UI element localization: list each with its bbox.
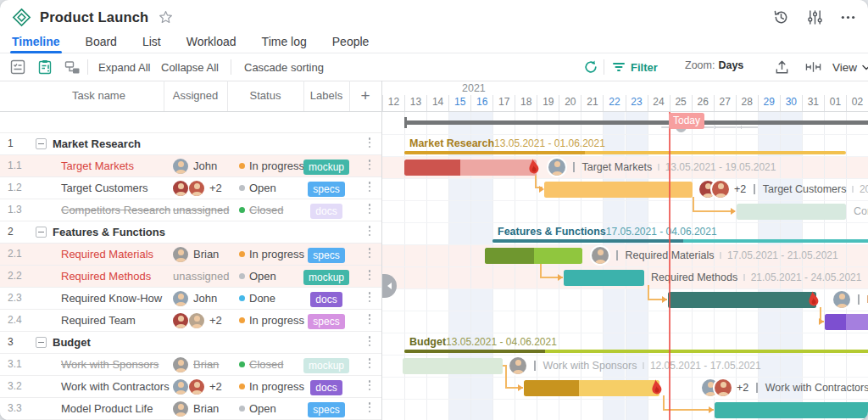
row-menu-kebab-icon[interactable] [364, 204, 376, 217]
tab-timeline[interactable]: Timeline [12, 34, 60, 53]
overdue-tasks-icon[interactable] [37, 53, 53, 81]
status-label[interactable]: In progress [249, 244, 304, 265]
collapse-all-button[interactable]: Collapse All [161, 61, 219, 74]
export-icon[interactable] [774, 53, 790, 81]
column-header-labels[interactable]: Labels [303, 81, 349, 111]
assigned-cell[interactable]: +2 [173, 177, 222, 199]
assigned-cell[interactable]: unassigned [173, 266, 230, 287]
tab-workload[interactable]: Workload [186, 34, 236, 53]
gantt-task-bar[interactable] [564, 270, 644, 286]
column-header-assigned[interactable]: Assigned [164, 81, 227, 111]
row-menu-kebab-icon[interactable] [364, 402, 376, 416]
collapse-toggle[interactable] [36, 227, 47, 238]
label-badge[interactable]: specs [308, 402, 344, 417]
table-group-row[interactable]: 3Budget [0, 332, 381, 354]
table-row[interactable]: 3.2Work with Contractors+2In progressdoc… [0, 376, 381, 398]
tab-list[interactable]: List [142, 34, 161, 53]
gantt-task-bar[interactable] [668, 292, 816, 308]
status-label[interactable]: Done [249, 288, 275, 309]
label-cell[interactable]: specs [303, 177, 349, 199]
row-menu-kebab-icon[interactable] [364, 248, 376, 261]
project-summary-bar[interactable] [404, 120, 868, 125]
gantt-group-bar[interactable] [404, 350, 868, 353]
gantt-task-bar[interactable] [544, 182, 693, 198]
collapse-toggle[interactable] [36, 337, 47, 348]
table-row[interactable]: 2.3Required Know-HowJohnDonedocs [0, 288, 381, 310]
tab-timelog[interactable]: Time log [262, 34, 307, 53]
label-cell[interactable]: docs [303, 199, 349, 221]
refresh-icon[interactable] [583, 53, 598, 81]
table-row[interactable]: 2.1Required MaterialsBrianIn progressspe… [0, 244, 381, 266]
row-menu-kebab-icon[interactable] [364, 336, 376, 350]
cascade-sorting-button[interactable]: Cascade sorting [244, 61, 324, 74]
table-group-row[interactable]: 2Features & Functions [0, 221, 381, 244]
tab-board[interactable]: Board [86, 34, 117, 53]
assigned-cell[interactable]: John [173, 155, 217, 176]
row-menu-kebab-icon[interactable] [364, 182, 376, 195]
status-label[interactable]: In progress [249, 155, 304, 176]
table-group-row[interactable]: 1Market Research [0, 133, 381, 155]
label-cell[interactable]: docs [303, 376, 349, 397]
gantt-task-bar[interactable] [403, 358, 503, 374]
column-header-status[interactable]: Status [227, 81, 303, 111]
label-cell[interactable]: mockup [303, 266, 349, 287]
assigned-cell[interactable]: +2 [173, 310, 222, 331]
label-badge[interactable]: docs [310, 380, 342, 395]
settings-sliders-icon[interactable] [807, 9, 823, 25]
row-menu-kebab-icon[interactable] [364, 137, 376, 151]
assigned-cell[interactable]: +2 [173, 376, 222, 397]
table-row[interactable]: 3.3Model Product LifeBrianOpenspecs [0, 398, 381, 420]
label-badge[interactable]: docs [310, 204, 342, 219]
assigned-cell[interactable]: John [173, 288, 217, 309]
expand-all-button[interactable]: Expand All [98, 61, 150, 74]
view-dropdown[interactable]: View [832, 53, 868, 81]
label-cell[interactable]: mockup [303, 155, 349, 176]
column-header-task-name[interactable]: Task name [34, 81, 164, 111]
status-label[interactable]: Open [249, 266, 276, 287]
label-badge[interactable]: docs [310, 292, 342, 307]
gantt-group-bar[interactable] [492, 239, 868, 243]
status-label[interactable]: In progress [249, 376, 304, 397]
label-badge[interactable]: specs [308, 314, 344, 329]
label-cell[interactable]: mockup [303, 354, 349, 375]
gantt-task-bar[interactable] [485, 248, 582, 264]
assigned-cell[interactable]: Brian [173, 244, 219, 265]
row-menu-kebab-icon[interactable] [364, 314, 376, 328]
status-label[interactable]: Closed [249, 354, 283, 375]
assigned-cell[interactable]: Brian [173, 354, 219, 375]
status-label[interactable]: Open [249, 398, 276, 419]
filter-button[interactable]: Filter [612, 53, 658, 81]
gantt-task-bar[interactable] [715, 402, 868, 418]
label-cell[interactable]: specs [303, 310, 349, 331]
row-menu-kebab-icon[interactable] [364, 270, 376, 283]
table-row[interactable]: 1.2Target Customers+2Openspecs [0, 177, 381, 199]
gantt-task-bar[interactable] [737, 204, 846, 220]
tab-people[interactable]: People [332, 34, 370, 53]
label-badge[interactable]: specs [308, 248, 344, 263]
status-label[interactable]: In progress [249, 310, 304, 331]
assigned-cell[interactable]: unassigned [173, 199, 230, 221]
row-menu-kebab-icon[interactable] [364, 380, 376, 394]
assigned-cell[interactable]: Brian [173, 398, 219, 419]
label-badge[interactable]: mockup [303, 160, 349, 175]
row-menu-kebab-icon[interactable] [364, 160, 376, 173]
baseline-chart-icon[interactable] [805, 53, 821, 81]
add-column-button[interactable]: + [349, 81, 381, 111]
label-cell[interactable]: specs [303, 244, 349, 265]
collapse-toggle[interactable] [36, 138, 47, 149]
table-row[interactable] [0, 111, 381, 133]
label-cell[interactable]: docs [303, 288, 349, 309]
more-options-icon[interactable] [840, 9, 856, 25]
gantt-task-bar[interactable] [825, 314, 868, 330]
favorite-star-icon[interactable] [159, 10, 173, 25]
row-menu-kebab-icon[interactable] [364, 292, 376, 305]
gantt-group-bar[interactable] [404, 151, 846, 154]
table-row[interactable]: 1.3Competitors ResearchunassignedClosedd… [0, 199, 381, 221]
row-menu-kebab-icon[interactable] [364, 358, 376, 372]
gantt-task-bar[interactable] [524, 380, 659, 396]
table-row[interactable]: 2.2Required MethodsunassignedOpenmockup [0, 266, 381, 288]
hierarchy-icon[interactable] [64, 53, 81, 81]
gantt-task-bar[interactable] [404, 160, 537, 176]
status-label[interactable]: Closed [249, 199, 283, 221]
task-list-view-icon[interactable] [10, 53, 25, 81]
